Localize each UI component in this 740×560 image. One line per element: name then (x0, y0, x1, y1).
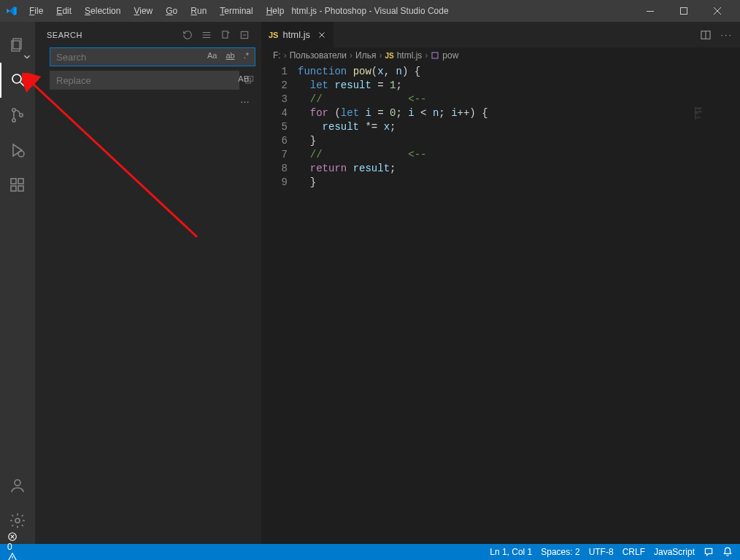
refresh-icon[interactable] (182, 30, 193, 40)
svg-rect-20 (432, 52, 438, 58)
status-spaces[interactable]: Spaces: 2 (541, 547, 579, 557)
svg-point-4 (12, 74, 21, 83)
menu-file[interactable]: File (23, 3, 49, 19)
svg-rect-15 (223, 31, 228, 37)
close-tab-icon[interactable] (317, 31, 326, 39)
breadcrumb-segment[interactable]: html.js (397, 50, 423, 61)
menu-help[interactable]: Help (261, 3, 290, 19)
notifications-icon[interactable] (722, 547, 733, 557)
svg-rect-0 (647, 11, 654, 12)
chevron-down-icon[interactable] (22, 52, 34, 63)
svg-point-5 (12, 109, 15, 112)
code-editor[interactable]: 123456789 function pow(x, n) { let resul… (261, 63, 740, 544)
breadcrumb-segment[interactable]: F: (273, 50, 281, 61)
minimap[interactable]: ████ █████ ████████ █████████████ ███ (695, 107, 731, 144)
source-control-icon[interactable] (0, 98, 35, 133)
menu-edit[interactable]: Edit (50, 3, 77, 19)
menu-run[interactable]: Run (185, 3, 212, 19)
accounts-icon[interactable] (0, 468, 35, 503)
close-window-button[interactable] (701, 0, 734, 22)
breadcrumb-segment[interactable]: Илья (355, 50, 376, 61)
svg-rect-12 (18, 179, 23, 184)
maximize-button[interactable] (667, 0, 701, 22)
debug-icon[interactable] (0, 133, 35, 168)
tab-label: html.js (282, 29, 310, 40)
menu-bar: FileEditSelectionViewGoRunTerminalHelp (23, 3, 290, 19)
menu-selection[interactable]: Selection (79, 3, 126, 19)
search-panel: SEARCH Aa ab .* AB (35, 22, 261, 544)
tab-htmljs[interactable]: JS html.js (261, 22, 334, 47)
breadcrumb-segment[interactable]: Пользователи (290, 50, 347, 61)
menu-go[interactable]: Go (160, 3, 183, 19)
vscode-logo-icon (6, 5, 18, 17)
match-whole-word-toggle[interactable]: ab (223, 50, 236, 61)
minimize-button[interactable] (633, 0, 667, 22)
status-ln-col[interactable]: Ln 1, Col 1 (490, 547, 532, 557)
svg-rect-9 (11, 179, 16, 184)
more-options-button[interactable]: … (50, 94, 255, 105)
svg-point-8 (18, 151, 24, 157)
split-editor-icon[interactable] (700, 29, 712, 41)
svg-rect-1 (681, 8, 687, 15)
match-case-toggle[interactable]: Aa (205, 50, 219, 61)
regex-toggle[interactable]: .* (242, 50, 251, 61)
more-actions-icon[interactable]: ··· (720, 29, 733, 40)
menu-view[interactable]: View (128, 3, 158, 19)
search-icon[interactable] (0, 63, 35, 98)
errors-warnings[interactable]: 0 0 (7, 532, 18, 560)
activity-bar (0, 22, 35, 544)
search-panel-header: SEARCH (35, 22, 261, 47)
title-bar: FileEditSelectionViewGoRunTerminalHelp h… (0, 0, 740, 22)
clear-results-icon[interactable] (201, 30, 212, 40)
settings-gear-icon[interactable] (0, 503, 35, 538)
javascript-icon: JS (269, 31, 278, 39)
window-controls (633, 0, 734, 22)
collapse-icon[interactable] (239, 30, 250, 40)
svg-rect-11 (18, 186, 23, 191)
status-bar: 0 0 Ln 1, Col 1 Spaces: 2 UTF-8 CRLF Jav… (0, 544, 740, 560)
editor-tabs: JS html.js ··· (261, 22, 740, 47)
status-language[interactable]: JavaScript (654, 547, 695, 557)
svg-point-14 (15, 518, 20, 523)
breadcrumb[interactable]: F: › Пользователи › Илья › JS html.js › … (261, 47, 740, 63)
svg-point-7 (20, 114, 23, 117)
svg-point-6 (12, 119, 15, 122)
breadcrumb-segment[interactable]: pow (442, 50, 458, 61)
replace-input[interactable] (50, 71, 239, 90)
line-gutter: 123456789 (261, 65, 298, 544)
preserve-case-toggle[interactable]: AB (236, 74, 251, 84)
svg-point-13 (15, 480, 20, 486)
editor-group: JS html.js ··· F: › Пользователи › Илья … (261, 22, 740, 544)
svg-rect-10 (11, 186, 16, 191)
extensions-icon[interactable] (0, 168, 35, 203)
feedback-icon[interactable] (704, 547, 714, 557)
status-encoding[interactable]: UTF-8 (589, 547, 614, 557)
panel-title: SEARCH (47, 31, 82, 39)
window-title: html.js - Photoshop - Visual Studio Code (291, 6, 448, 16)
new-file-icon[interactable] (220, 30, 231, 40)
status-eol[interactable]: CRLF (623, 547, 645, 557)
menu-terminal[interactable]: Terminal (214, 3, 258, 19)
code-lines[interactable]: function pow(x, n) { let result = 1; // … (298, 65, 740, 544)
